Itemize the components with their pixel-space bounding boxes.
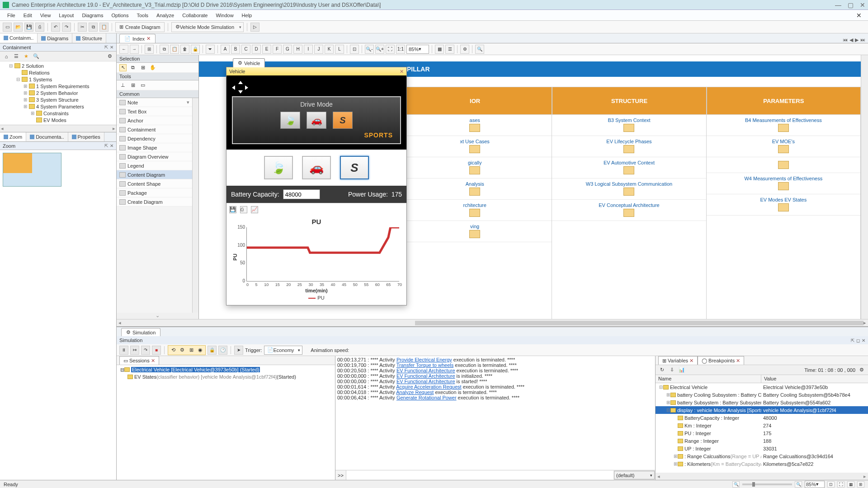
sb-zoomin-icon[interactable]: 🔍	[795, 481, 802, 488]
tool2-icon[interactable]: ⊞	[129, 82, 137, 89]
diagram-link[interactable]: B3 System Context	[552, 115, 706, 136]
lock2-icon[interactable]: 🔒	[208, 346, 217, 355]
sport-mode-button[interactable]: S	[340, 156, 369, 179]
g3-icon[interactable]: ⊞	[187, 346, 196, 354]
sb-b-icon[interactable]: ⛶	[837, 481, 844, 488]
variables-tab[interactable]: ⊞ Variables ✕	[658, 356, 698, 365]
variable-row[interactable]: ⊞battery Subsystem : Battery SubsystemBa…	[656, 399, 868, 406]
session-item[interactable]: ⊟Electrical Vehicle [Electrical Vehicle@…	[118, 366, 334, 373]
canvas-hscroll[interactable]: ◂▸	[117, 319, 868, 326]
sb-a-icon[interactable]: ⊡	[827, 481, 835, 488]
tree-item[interactable]: ⊞2 System Behavior	[0, 89, 116, 96]
sb-c-icon[interactable]: ▦	[847, 481, 854, 488]
vehicle-window[interactable]: ⚙ Vehicle Vehicle✕ Drive Mode 🍃 🚗 S	[226, 67, 407, 305]
nav-prev-icon[interactable]: ◀	[849, 37, 853, 43]
g-icon[interactable]: G	[283, 45, 292, 54]
lasso-icon[interactable]: ⊞	[139, 64, 146, 71]
run-icon[interactable]: ▷	[250, 23, 259, 32]
trigger-combo[interactable]: 📄 Economy	[264, 346, 303, 355]
tree-sync-icon[interactable]: ⊞	[145, 45, 154, 54]
diagram-link[interactable]: W4 Measurements of Effectiveness	[707, 173, 860, 194]
palette-item[interactable]: Content Shape	[117, 179, 192, 188]
tab-structure[interactable]: Structure	[72, 33, 106, 43]
variable-row[interactable]: ⊟Electrical VehicleElectrical Vehicle@39…	[656, 383, 868, 391]
star-icon[interactable]: ★	[23, 53, 30, 60]
marquee-icon[interactable]: ⧉	[129, 64, 137, 71]
diagram-link[interactable]: B4 Measurements of Effectiveness	[707, 115, 860, 136]
sessions-tab[interactable]: ▭ Sessions ✕	[119, 356, 159, 365]
tree-item[interactable]: ⊞Constraints	[0, 110, 116, 117]
palette-scrollbar[interactable]	[192, 98, 198, 313]
diagram-link[interactable]	[707, 157, 860, 173]
sim-min-icon[interactable]: ⇱	[851, 338, 854, 343]
variable-row[interactable]: Range : Integer188	[656, 437, 868, 445]
session-item[interactable]: EV States(classifier behavior) [vehicle …	[118, 373, 334, 380]
diagram-tab-index[interactable]: 📄 Index ✕	[119, 34, 156, 43]
menu-analyze[interactable]: Analyze	[153, 11, 178, 19]
list-icon[interactable]: ☰	[445, 45, 454, 54]
m-icon[interactable]: ⊡	[350, 45, 359, 54]
menu-tools[interactable]: Tools	[133, 11, 152, 19]
tree-item[interactable]: ⊟1 Systems	[0, 76, 116, 83]
copy2-icon[interactable]: ⧉	[160, 45, 169, 54]
tree-item[interactable]: ⊟2 Solution	[0, 62, 116, 69]
redo-icon[interactable]: ↷	[62, 23, 71, 32]
e-icon[interactable]: E	[262, 45, 271, 54]
menu-help[interactable]: Help	[238, 11, 256, 19]
diagram-link[interactable]: W3 Logical Subsystem Communication	[552, 178, 706, 200]
tree-item[interactable]: Relations	[0, 69, 116, 76]
back-icon[interactable]: ←	[119, 45, 128, 54]
tab-zoom[interactable]: Zoom	[0, 132, 26, 141]
tree-item[interactable]: ⊞1 System Requirements	[0, 83, 116, 89]
collapse-icon[interactable]: ☰	[13, 53, 20, 60]
undo-icon[interactable]: ↶	[51, 23, 60, 32]
clock-icon[interactable]: 🕐	[218, 346, 227, 355]
zoom100-icon[interactable]: 1:1	[396, 45, 405, 54]
palette-item[interactable]: Anchor	[117, 116, 192, 125]
diagram-link[interactable]: EV Conceptual Architecture	[552, 200, 706, 221]
vars-export-icon[interactable]: ⇩	[668, 366, 675, 374]
variable-row[interactable]: ⊟display : vehicle Mode Analysis [Sports…	[656, 406, 868, 414]
minimize-button[interactable]: —	[835, 1, 841, 9]
palette-item[interactable]: Dependency	[117, 134, 192, 143]
zoomout-icon[interactable]: 🔍-	[365, 45, 374, 54]
k-icon[interactable]: K	[325, 45, 334, 54]
g4-icon[interactable]: ◉	[196, 346, 205, 354]
battery-input[interactable]	[283, 189, 320, 199]
tab-documentation[interactable]: Documenta..	[26, 132, 68, 141]
palette-item[interactable]: Legend	[117, 161, 192, 170]
create-diagram-button[interactable]: ⊞ Create Diagram	[115, 22, 165, 32]
search-tree-icon[interactable]: 🔍	[33, 53, 40, 60]
open-icon[interactable]: 📂	[14, 23, 23, 32]
diagram-link[interactable]: Analysis	[398, 178, 552, 200]
canvas-vscroll[interactable]	[861, 55, 868, 319]
tool1-icon[interactable]: ⊥	[119, 82, 127, 89]
vars-hscroll[interactable]: ◂▸	[656, 473, 868, 480]
palette-item[interactable]: Note▾	[117, 98, 192, 107]
pin-icon[interactable]: ⇱	[104, 45, 108, 50]
menu-file[interactable]: File	[4, 11, 19, 19]
g2-icon[interactable]: ⚙	[178, 346, 187, 354]
search-icon[interactable]: 🔍	[475, 45, 484, 54]
zoom-pane[interactable]	[0, 150, 116, 480]
lock-icon[interactable]: 🔒	[191, 45, 200, 54]
nav-last-icon[interactable]: ⏭	[860, 37, 865, 43]
palette-item[interactable]: Diagram Overview	[117, 152, 192, 161]
dpad-icon[interactable]	[232, 81, 248, 94]
palette-item[interactable]: Content Diagram	[117, 170, 192, 179]
diagram-link[interactable]: ases	[398, 115, 552, 136]
variable-row[interactable]: ⊞battery Cooling Subsystem : Battery Coo…	[656, 391, 868, 399]
close-button[interactable]: ✕	[860, 1, 865, 9]
menu-layout[interactable]: Layout	[55, 11, 77, 19]
a-icon[interactable]: A	[221, 45, 230, 54]
diagram-link[interactable]: EV Lifecycle Phases	[552, 136, 706, 157]
variable-row[interactable]: ⊞: Range Calcualtions {Range = UP / PU}R…	[656, 452, 868, 460]
pointer-icon[interactable]: ↖	[119, 64, 127, 71]
chart-btn3-icon[interactable]: 📈	[251, 206, 258, 213]
sim-close-icon[interactable]: ✕	[862, 338, 865, 343]
hand-icon[interactable]: ✋	[149, 64, 156, 71]
gear2-icon[interactable]: ⚙	[460, 45, 469, 54]
f-icon[interactable]: F	[273, 45, 282, 54]
nav-first-icon[interactable]: ⏮	[843, 37, 848, 43]
diagram-link[interactable]: EV MOE's	[707, 136, 860, 157]
